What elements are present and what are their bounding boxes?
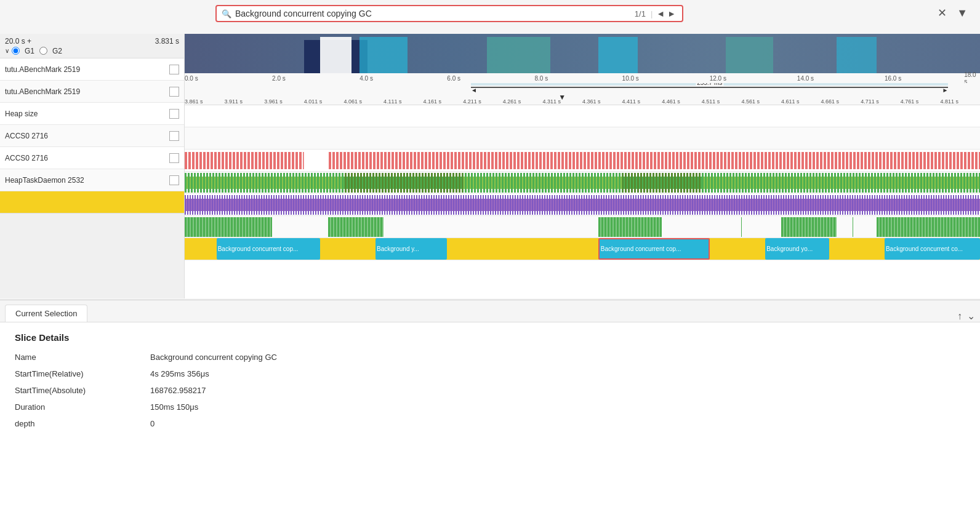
- detail-key-depth: depth: [15, 419, 150, 428]
- tick-4: 4.011 s: [304, 98, 323, 105]
- gc-slice-3-label: Background concurrent cop...: [601, 246, 681, 252]
- zoom-value: 3.831 s: [155, 37, 179, 46]
- gc-slice-5[interactable]: Background concurrent co...: [885, 238, 980, 260]
- gc-slice-1-label: Background concurrent cop...: [218, 246, 299, 252]
- range-marker: ► ◄ 255.7 ms: [471, 87, 948, 88]
- track-row-heaptask: HeapTaskDaemon 2532: [0, 169, 184, 191]
- search-input[interactable]: [235, 9, 635, 18]
- ruler-mark-2: 2.0 s: [272, 75, 286, 82]
- tick-14: 4.511 s: [702, 98, 720, 105]
- track-heap-size: [185, 150, 980, 172]
- track-checkbox-heaptask[interactable]: [169, 175, 179, 185]
- detail-value-depth: 0: [150, 419, 155, 428]
- top-right-icons: ✕ ▼: [938, 6, 968, 20]
- detail-row-duration: Duration 150ms 150μs: [15, 402, 965, 412]
- detail-row-depth: depth 0: [15, 419, 965, 428]
- zoom-label: 20.0 s +: [5, 37, 31, 46]
- ruler-mark-0: 0.0 s: [185, 75, 198, 82]
- detail-row-startabs: StartTime(Absolute) 168762.958217: [15, 386, 965, 395]
- timeline-container: 20.0 s + 3.831 s ∨ G1 G2 tutu.ABenchMark…: [0, 34, 980, 298]
- track-benchMark2: [185, 127, 980, 150]
- slice-details: Slice Details Name Background concurrent…: [0, 322, 980, 445]
- track-label-accs1: ACCS0 2716: [5, 132, 169, 140]
- ruler-ticks: 3.861 s 3.911 s 3.961 s 4.011 s 4.061 s …: [185, 92, 980, 105]
- tick-11: 4.361 s: [582, 98, 601, 105]
- radio-g1[interactable]: [12, 47, 20, 55]
- tick-12: 4.411 s: [622, 98, 641, 105]
- tab-bar: Current Selection ↑ ⌄: [0, 300, 980, 322]
- bottom-panel: Current Selection ↑ ⌄ Slice Details Name…: [0, 300, 980, 507]
- search-next-button[interactable]: ►: [666, 9, 677, 18]
- slice-details-title: Slice Details: [15, 332, 965, 343]
- tick-13: 4.461 s: [662, 98, 680, 105]
- down-arrow-icon: ∨: [5, 47, 9, 54]
- right-timeline[interactable]: 0.0 s 2.0 s 4.0 s 6.0 s 8.0 s 10.0 s 12.…: [185, 34, 980, 298]
- track-checkbox-benchMark1[interactable]: [169, 65, 179, 74]
- track-checkbox-heap[interactable]: [169, 109, 179, 119]
- track-row-accs1: ACCS0 2716: [0, 125, 184, 147]
- track-gc-slices[interactable]: Background concurrent cop... Background …: [185, 238, 980, 260]
- radio-g1-label: G1: [25, 47, 34, 55]
- detail-key-startabs: StartTime(Absolute): [15, 386, 150, 395]
- svg-rect-2: [304, 150, 328, 171]
- ruler-mark-4: 4.0 s: [359, 75, 373, 82]
- svg-rect-9: [343, 172, 463, 193]
- ruler-mark-16: 16.0 s: [885, 75, 901, 82]
- close-icon[interactable]: ✕: [938, 6, 947, 20]
- gc-slice-1[interactable]: Background concurrent cop...: [217, 238, 320, 260]
- overview-ruler: 0.0 s 2.0 s 4.0 s 6.0 s 8.0 s 10.0 s 12.…: [185, 73, 980, 83]
- ruler-mark-6: 6.0 s: [447, 75, 460, 82]
- detail-key-startrel: StartTime(Relative): [15, 369, 150, 378]
- track-accs-purple: [185, 194, 980, 216]
- gc-slice-4[interactable]: Background yo...: [765, 238, 829, 260]
- heap-chart: [185, 150, 980, 171]
- track-checkbox-accs2[interactable]: [169, 153, 179, 163]
- track-checkbox-accs1[interactable]: [169, 131, 179, 141]
- track-label-heap: Heap size: [5, 110, 169, 118]
- track-label-accs2: ACCS0 2716: [5, 154, 169, 162]
- tick-18: 4.711 s: [861, 98, 879, 105]
- tab-current-selection[interactable]: Current Selection: [5, 305, 87, 322]
- tick-3: 3.961 s: [264, 98, 283, 105]
- track-label-heaptask: HeapTaskDaemon 2532: [5, 176, 169, 185]
- duration-marker-label: 255.7 ms: [696, 83, 723, 86]
- detail-value-duration: 150ms 150μs: [150, 402, 198, 412]
- tick-2: 3.911 s: [225, 98, 243, 105]
- ruler-mark-8: 8.0 s: [534, 75, 548, 82]
- ruler-mark-12: 12.0 s: [710, 75, 726, 82]
- tick-10: 4.311 s: [542, 98, 561, 105]
- track-checkbox-benchMark2[interactable]: [169, 87, 179, 97]
- track-accs-green: [185, 172, 980, 194]
- radio-group: G1 G2: [12, 47, 62, 55]
- gc-slice-3-selected[interactable]: Background concurrent cop...: [598, 238, 710, 260]
- tick-19: 4.761 s: [901, 98, 919, 105]
- accs-green-chart: [185, 172, 980, 193]
- pipe-separator: |: [651, 9, 653, 18]
- gc-slice-2[interactable]: Background y...: [376, 238, 447, 260]
- detail-key-name: Name: [15, 353, 150, 362]
- mini-overview[interactable]: 0.0 s 2.0 s 4.0 s 6.0 s 8.0 s 10.0 s 12.…: [185, 34, 980, 83]
- filter-icon[interactable]: ▼: [957, 7, 968, 20]
- track-row-heap: Heap size: [0, 103, 184, 125]
- tick-8: 4.211 s: [463, 98, 481, 105]
- search-prev-button[interactable]: ◄: [655, 9, 666, 18]
- detail-value-startrel: 4s 295ms 356μs: [150, 369, 209, 378]
- tab-right-icons: ↑ ⌄: [957, 310, 975, 322]
- detail-key-duration: Duration: [15, 402, 150, 412]
- expand-icon[interactable]: ⌄: [967, 310, 975, 322]
- svg-rect-10: [622, 172, 702, 193]
- detail-row-name: Name Background concurrent copying GC: [15, 353, 965, 362]
- ruler-mark-18: 18.0 s: [964, 71, 980, 83]
- svg-rect-3: [328, 152, 980, 169]
- tick-5: 4.061 s: [343, 98, 362, 105]
- track-label-benchMark2: tutu.ABenchMark 2519: [5, 87, 169, 96]
- gc-slice-5-label: Background concurrent co...: [886, 246, 963, 252]
- track-row-benchMark1: tutu.ABenchMark 2519: [0, 58, 184, 81]
- sort-icon[interactable]: ↑: [957, 311, 962, 322]
- search-bar: 🔍 1/1 | ◄ ►: [215, 5, 683, 22]
- gc-slice-2-label: Background y...: [377, 246, 419, 252]
- svg-rect-1: [185, 152, 304, 169]
- detail-row-startrel: StartTime(Relative) 4s 295ms 356μs: [15, 369, 965, 378]
- search-count: 1/1: [635, 9, 646, 18]
- radio-g2[interactable]: [39, 47, 47, 55]
